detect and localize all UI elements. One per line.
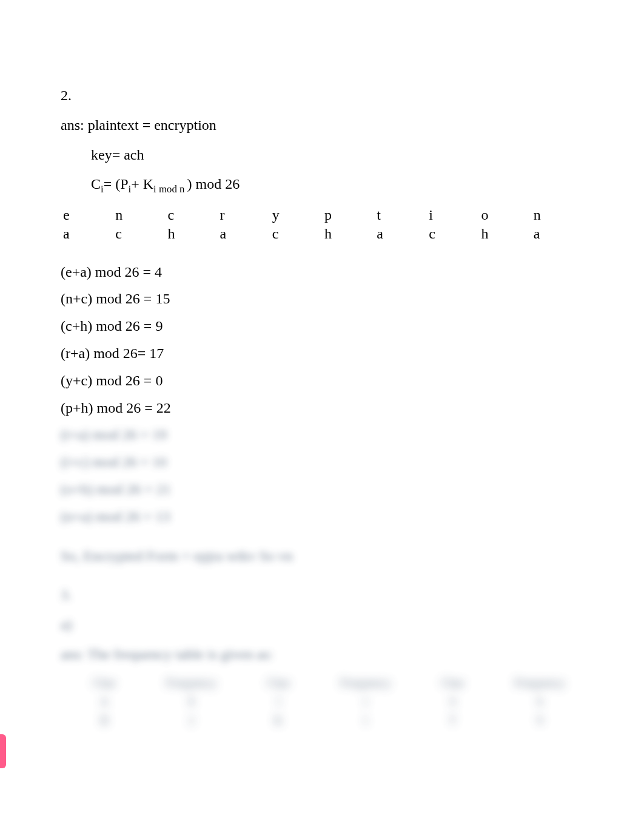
freq-cell: A bbox=[61, 692, 148, 711]
freq-header: Frequency bbox=[322, 674, 409, 692]
cipher-cell: y bbox=[270, 206, 322, 225]
cipher-cell: a bbox=[374, 225, 426, 243]
cipher-cell: h bbox=[479, 225, 531, 243]
cipher-cell: c bbox=[270, 225, 322, 243]
freq-header: Char bbox=[409, 674, 497, 692]
table-row: e n c r y p t i o n bbox=[61, 206, 583, 225]
freq-cell: 2 bbox=[148, 711, 235, 730]
freq-header: Frequency bbox=[496, 674, 583, 692]
calc-line-blurred: (n+a) mod 26 = 13 bbox=[61, 506, 583, 527]
freq-cell: S bbox=[409, 692, 497, 711]
cipher-cell: a bbox=[218, 225, 270, 243]
blurred-region: Char Frequency Char Frequency Char Frequ… bbox=[61, 674, 583, 730]
cipher-cell: n bbox=[531, 206, 583, 225]
calc-line: (p+h) mod 26 = 22 bbox=[61, 397, 583, 419]
cipher-cell: i bbox=[426, 206, 478, 225]
freq-cell: K bbox=[235, 711, 322, 730]
cipher-alignment-table: e n c r y p t i o n a c h a c h a c h a bbox=[61, 206, 583, 243]
calc-line: (c+h) mod 26 = 9 bbox=[61, 316, 583, 337]
freq-cell: 1 bbox=[322, 711, 409, 730]
calc-line-blurred: (i+c) mod 26 = 10 bbox=[61, 451, 583, 473]
table-row: B 2 K 1 T 9 bbox=[61, 711, 583, 730]
formula-line: Ci= (Pi+ Ki mod n ) mod 26 bbox=[61, 174, 583, 197]
cipher-cell: e bbox=[61, 206, 113, 225]
calc-line: (r+a) mod 26= 17 bbox=[61, 343, 583, 364]
freq-cell: 9 bbox=[496, 711, 583, 730]
calc-line-blurred: (o+h) mod 26 = 21 bbox=[61, 479, 583, 500]
formula-suffix: ) mod 26 bbox=[187, 176, 240, 192]
freq-cell: B bbox=[61, 711, 148, 730]
cipher-cell: a bbox=[61, 225, 113, 243]
blurred-region: So, Encrypted Form = epjra wtkv So vn bbox=[61, 546, 583, 567]
cipher-cell: p bbox=[322, 206, 374, 225]
question-number: 2. bbox=[61, 85, 583, 106]
subpart-a: a) bbox=[61, 614, 583, 635]
encrypted-result-line: So, Encrypted Form = epjra wtkv So vn bbox=[61, 546, 583, 567]
cipher-cell: c bbox=[113, 225, 165, 243]
cipher-cell: o bbox=[479, 206, 531, 225]
calc-line: (e+a) mod 26 = 4 bbox=[61, 262, 583, 283]
calc-line: (n+c) mod 26 = 15 bbox=[61, 288, 583, 309]
answer-plaintext-line: ans: plaintext = encryption bbox=[61, 115, 583, 136]
formula-sub-imodn: i mod n bbox=[153, 183, 187, 195]
freq-header: Char bbox=[235, 674, 322, 692]
formula-mid: = (P bbox=[104, 176, 129, 192]
calc-line: (y+c) mod 26 = 0 bbox=[61, 370, 583, 391]
freq-header: Char bbox=[61, 674, 148, 692]
calc-line-blurred: (t+a) mod 26 = 19 bbox=[61, 424, 583, 445]
freq-header: Frequency bbox=[148, 674, 235, 692]
freq-cell: 6 bbox=[496, 692, 583, 711]
freq-intro-line: ans: The frequency table is given as: bbox=[61, 644, 583, 665]
cipher-cell: c bbox=[165, 206, 217, 225]
blurred-region: (t+a) mod 26 = 19 (i+c) mod 26 = 10 (o+h… bbox=[61, 424, 583, 527]
document-page: 2. ans: plaintext = encryption key= ach … bbox=[0, 0, 644, 730]
freq-cell: T bbox=[409, 711, 497, 730]
question-number-3: 3. bbox=[61, 584, 583, 606]
freq-cell: 1 bbox=[322, 692, 409, 711]
key-line: key= ach bbox=[61, 144, 583, 166]
frequency-table: Char Frequency Char Frequency Char Frequ… bbox=[61, 674, 583, 730]
calculation-block: (e+a) mod 26 = 4 (n+c) mod 26 = 15 (c+h)… bbox=[61, 262, 583, 527]
cipher-cell: t bbox=[374, 206, 426, 225]
cipher-cell: h bbox=[165, 225, 217, 243]
table-row: A 8 J 1 S 6 bbox=[61, 692, 583, 711]
freq-cell: J bbox=[235, 692, 322, 711]
cipher-cell: a bbox=[531, 225, 583, 243]
table-row: a c h a c h a c h a bbox=[61, 225, 583, 243]
cipher-cell: n bbox=[113, 206, 165, 225]
table-row: Char Frequency Char Frequency Char Frequ… bbox=[61, 674, 583, 692]
cipher-cell: c bbox=[426, 225, 478, 243]
formula-mid2: + K bbox=[131, 176, 153, 192]
side-tab-icon[interactable] bbox=[0, 734, 6, 768]
cipher-cell: h bbox=[322, 225, 374, 243]
blurred-region: 3. a) ans: The frequency table is given … bbox=[61, 584, 583, 664]
freq-cell: 8 bbox=[148, 692, 235, 711]
formula-prefix: C bbox=[91, 176, 101, 192]
cipher-cell: r bbox=[218, 206, 270, 225]
